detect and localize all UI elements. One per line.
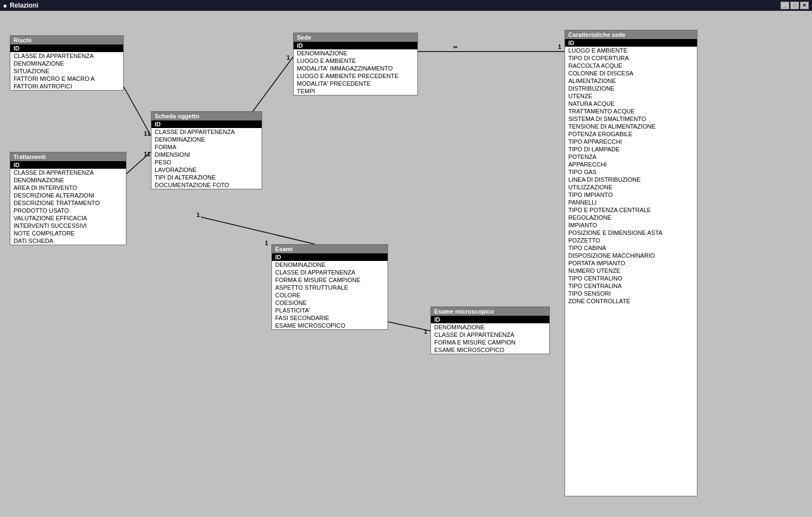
conn-label-1f: 1 bbox=[265, 240, 268, 246]
table-row: DISPOSIZIONE MACCHINARIO bbox=[565, 252, 697, 259]
table-row: DENOMINAZIONE bbox=[151, 136, 262, 143]
table-esame-microscopico-body: ID DENOMINAZIONE CLASSE DI APPARTENENZA … bbox=[431, 316, 549, 354]
table-row: LAVORAZIONE bbox=[151, 166, 262, 174]
table-row: TIPO APPARECCHI bbox=[565, 138, 697, 145]
table-row: MODALITA' PRECEDENTE bbox=[294, 80, 417, 87]
table-row: TIPO SENSORI bbox=[565, 290, 697, 297]
table-row: VALUTAZIONE EFFICACIA bbox=[10, 214, 126, 222]
table-row: FASI SECONDARIE bbox=[272, 314, 388, 322]
table-caratteristiche-sede-header: Caratteristiche sede bbox=[565, 30, 697, 39]
table-row: INTERVENTI SUCCESSIVI bbox=[10, 222, 126, 229]
table-row: ID bbox=[272, 253, 388, 261]
table-row: DATI SCHEDA bbox=[10, 237, 126, 245]
table-row: TIPO GAS bbox=[565, 168, 697, 176]
table-row: IMPIANTO bbox=[565, 221, 697, 229]
title-bar: ■ Relazioni _ □ ✕ bbox=[0, 0, 812, 11]
minimize-button[interactable]: _ bbox=[781, 2, 789, 9]
table-row: ZONE CONTROLLATE bbox=[565, 297, 697, 305]
table-row: TIPO DI LAMPADE bbox=[565, 145, 697, 153]
table-rischi-header: Rischi bbox=[10, 36, 123, 44]
table-row: ID bbox=[294, 42, 417, 49]
table-row: POTENZA bbox=[565, 153, 697, 161]
table-row: CLASSE DI APPARTENENZA bbox=[431, 331, 549, 339]
table-esame-microscopico-header: Esame microscopico bbox=[431, 307, 549, 316]
table-row: CLASSE DI APPARTENENZA bbox=[272, 269, 388, 276]
table-row: POTENZA EROGABILE bbox=[565, 130, 697, 138]
table-row: APPARECCHI bbox=[565, 161, 697, 168]
close-button[interactable]: ✕ bbox=[800, 2, 809, 9]
table-row: MODALITA' IMMAGAZZINAMENTO bbox=[294, 65, 417, 72]
table-row: ALIMENTAZIONE bbox=[565, 77, 697, 85]
table-row: DISTRIBUZIONE bbox=[565, 85, 697, 92]
table-row: COESIONE bbox=[272, 299, 388, 307]
table-row: CLASSE DI APPARTENENZA bbox=[10, 52, 123, 60]
table-row: UTENZE bbox=[565, 92, 697, 100]
table-row: DENOMINAZIONE bbox=[10, 176, 126, 184]
conn-label-1c: 1 bbox=[287, 54, 290, 61]
table-caratteristiche-sede: Caratteristiche sede ID LUOGO E AMBIENTE… bbox=[564, 30, 697, 496]
table-esami: Esami ID DENOMINAZIONE CLASSE DI APPARTE… bbox=[271, 244, 388, 330]
table-scheda-oggetto: Scheda oggetto ID CLASSE DI APPARTENENZA… bbox=[151, 111, 262, 189]
table-row: NATURA ACQUE bbox=[565, 100, 697, 107]
conn-label-11a: 11 bbox=[144, 130, 150, 137]
table-row: FORMA E MISURE CAMPION bbox=[431, 339, 549, 346]
table-row: ESAME MICROSCOPICO bbox=[272, 322, 388, 329]
title-bar-controls: _ □ ✕ bbox=[781, 2, 809, 9]
table-row: CLASSE DI APPARTENENZA bbox=[10, 169, 126, 176]
table-row: COLORE bbox=[272, 291, 388, 299]
table-row: TIPO DI COPERTURA bbox=[565, 54, 697, 62]
table-row: DENOMINAZIONE bbox=[272, 261, 388, 269]
table-row: POZZETTO bbox=[565, 237, 697, 244]
title-bar-icon: ■ bbox=[3, 3, 7, 9]
table-row: UTILIZZAZIONE bbox=[565, 183, 697, 191]
table-esame-microscopico: Esame microscopico ID DENOMINAZIONE CLAS… bbox=[430, 307, 550, 354]
table-row: ESAME MICROSCOPICO bbox=[431, 346, 549, 354]
table-row: FORMA E MISURE CAMPIONE bbox=[272, 276, 388, 284]
table-row: FORMA bbox=[151, 143, 262, 151]
table-row: AREA DI INTERVENTO bbox=[10, 184, 126, 192]
table-row: TRATTAMENTO ACQUE bbox=[565, 107, 697, 115]
table-row: PLASTICITA' bbox=[272, 307, 388, 314]
table-trattamenti-body: ID CLASSE DI APPARTENENZA DENOMINAZIONE … bbox=[10, 161, 126, 245]
table-row: DIMENSIONI bbox=[151, 151, 262, 158]
title-bar-title: Relazioni bbox=[10, 2, 39, 9]
table-row: NUMERO UTENZE bbox=[565, 267, 697, 275]
table-sede-body: ID DENOMINAZIONE LUOGO E AMBIENTE MODALI… bbox=[294, 42, 417, 95]
table-rischi: Rischi ID CLASSE DI APPARTENENZA DENOMIN… bbox=[10, 35, 124, 91]
table-row: DENOMINAZIONE bbox=[294, 49, 417, 57]
table-row: LINEA DI DISTRIBUZIONE bbox=[565, 176, 697, 183]
table-row: SITUAZIONE bbox=[10, 67, 123, 75]
table-row: PORTATA IMPIANTO bbox=[565, 259, 697, 267]
table-row: PESO bbox=[151, 158, 262, 166]
table-row: ID bbox=[565, 39, 697, 47]
table-sede-header: Sede bbox=[294, 33, 417, 42]
table-row: TIPI DI ALTERAZIONE bbox=[151, 174, 262, 181]
table-row: TIPO CABINA bbox=[565, 244, 697, 252]
table-row: FATTORI MICRO E MACRO A bbox=[10, 75, 123, 82]
table-esami-header: Esami bbox=[272, 245, 388, 253]
table-row: DESCRIZIONE ALTERAZIONI bbox=[10, 192, 126, 199]
table-row: DENOMINAZIONE bbox=[10, 60, 123, 67]
table-row: POSIZIONE E DIMENSIONE ASTA bbox=[565, 229, 697, 237]
table-trattamenti: Trattamenti ID CLASSE DI APPARTENENZA DE… bbox=[10, 152, 126, 245]
table-caratteristiche-sede-body: ID LUOGO E AMBIENTE TIPO DI COPERTURA RA… bbox=[565, 39, 697, 305]
table-scheda-oggetto-body: ID CLASSE DI APPARTENENZA DENOMINAZIONE … bbox=[151, 120, 262, 189]
table-row: FATTORI ANTROPICI bbox=[10, 82, 123, 90]
table-row: CLASSE DI APPARTENENZA bbox=[151, 128, 262, 136]
conn-label-1e: 1 bbox=[196, 212, 200, 218]
table-row: PRODOTTO USATO bbox=[10, 207, 126, 214]
conn-label-1d: 1 bbox=[558, 43, 561, 50]
table-row: ID bbox=[431, 316, 549, 323]
table-row: LUOGO E AMBIENTE bbox=[294, 57, 417, 65]
table-row: DENOMINAZIONE bbox=[431, 323, 549, 331]
table-row: TENSIONE DI ALIMENTAZIONE bbox=[565, 123, 697, 130]
table-trattamenti-header: Trattamenti bbox=[10, 152, 126, 161]
table-row: ASPETTO STRUTTURALE bbox=[272, 284, 388, 291]
svg-line-4 bbox=[201, 217, 315, 244]
table-sede: Sede ID DENOMINAZIONE LUOGO E AMBIENTE M… bbox=[293, 33, 418, 95]
table-row: RACCOLTA ACQUE bbox=[565, 62, 697, 69]
table-row: TIPO CENTRALINA bbox=[565, 282, 697, 290]
table-esami-body: ID DENOMINAZIONE CLASSE DI APPARTENENZA … bbox=[272, 253, 388, 329]
maximize-button[interactable]: □ bbox=[790, 2, 799, 9]
conn-label-1h: 1 bbox=[424, 328, 427, 335]
